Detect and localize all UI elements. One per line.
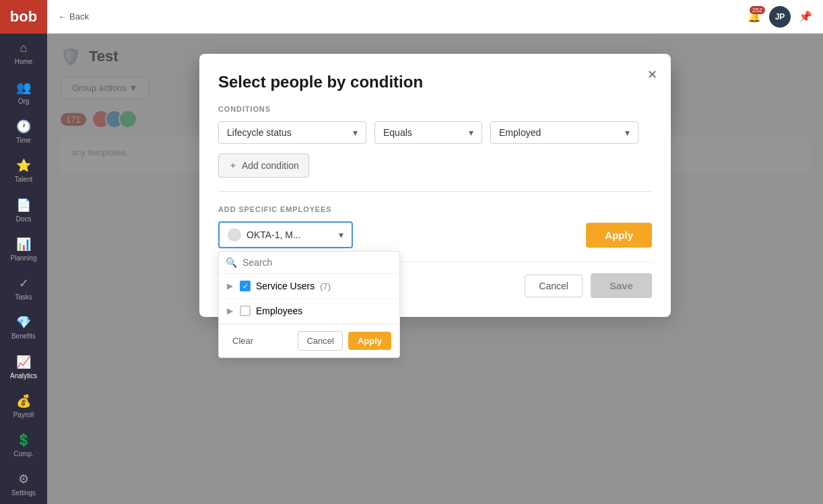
sidebar-item-comp[interactable]: 💲 Comp. [0, 426, 47, 465]
divider [218, 191, 652, 192]
sidebar-item-docs[interactable]: 📄 Docs [0, 190, 47, 229]
service-users-label: Service Users [256, 281, 315, 291]
pin-icon[interactable]: 📌 [799, 10, 812, 23]
sidebar-item-planning[interactable]: 📊 Planning [0, 229, 47, 268]
sidebar-item-label: Planning [11, 254, 37, 262]
select-people-title: Select people by condition [218, 73, 652, 92]
employee-select-row: OKTA-1, M... ▾ 🔍 ▶ ✓ Service Users [218, 221, 652, 248]
app-logo[interactable]: bob [0, 0, 47, 34]
plus-icon: ＋ [228, 159, 238, 172]
add-condition-button[interactable]: ＋ Add condition [218, 153, 309, 178]
settings-icon: ⚙ [18, 472, 29, 487]
analytics-icon: 📈 [16, 355, 31, 369]
clear-button[interactable]: Clear [227, 332, 259, 350]
chevron-down-icon: ▾ [353, 127, 358, 138]
notifications-button[interactable]: 🔔 252 [748, 10, 761, 23]
chevron-down-icon: ▾ [339, 229, 343, 240]
sidebar-item-payroll[interactable]: 💰 Payroll [0, 386, 47, 425]
sidebar-item-settings[interactable]: ⚙ Settings [0, 465, 47, 504]
lifecycle-status-value: Lifecycle status [227, 127, 292, 138]
save-button[interactable]: Save [591, 273, 652, 298]
tasks-icon: ✓ [19, 276, 29, 291]
chevron-down-icon: ▾ [625, 127, 630, 138]
expand-icon: ▶ [227, 306, 233, 316]
org-icon: 👥 [16, 80, 31, 95]
lifecycle-status-dropdown[interactable]: Lifecycle status ▾ [218, 121, 366, 144]
apply-button[interactable]: Apply [586, 223, 652, 248]
sidebar-item-label: Home [15, 58, 33, 65]
comp-icon: 💲 [16, 433, 31, 447]
conditions-row: Lifecycle status ▾ Equals ▾ Employed ▾ [218, 121, 652, 144]
sidebar-item-label: Payroll [13, 411, 34, 419]
page-content: 🛡️ Test Group actions ▼ 171 any template… [47, 34, 823, 504]
service-users-checkbox[interactable]: ✓ [240, 281, 251, 291]
sidebar-item-talent[interactable]: ⭐ Talent [0, 151, 47, 190]
payroll-icon: 💰 [16, 394, 31, 408]
chevron-down-icon: ▾ [469, 127, 473, 138]
sidebar-item-label: Benefits [11, 332, 36, 340]
sidebar-item-label: Tasks [15, 293, 32, 301]
planning-icon: 📊 [16, 237, 31, 252]
dropdown-footer: Clear Cancel Apply [219, 324, 399, 357]
operator-value: Equals [383, 127, 412, 138]
condition-value-dropdown[interactable]: Employed ▾ [490, 121, 638, 144]
talent-icon: ⭐ [16, 158, 31, 173]
main-content: ← Back 🔔 252 JP 📌 🛡️ Test Group actions … [47, 0, 823, 504]
dropdown-search: 🔍 [219, 252, 399, 274]
docs-icon: 📄 [16, 198, 31, 213]
home-icon: ⌂ [20, 41, 28, 55]
search-icon: 🔍 [226, 257, 237, 268]
sidebar-item-org[interactable]: 👥 Org [0, 73, 47, 112]
employees-group-item[interactable]: ▶ Employees [219, 299, 399, 324]
employee-dropdown-popup: 🔍 ▶ ✓ Service Users (7) ▶ Emplo [218, 251, 400, 358]
back-arrow-icon: ← [58, 11, 67, 22]
select-people-close-button[interactable]: ✕ [647, 67, 657, 82]
sidebar-item-label: Analytics [10, 372, 37, 380]
sidebar-item-label: Docs [16, 215, 32, 223]
sidebar-item-label: Time [16, 137, 31, 144]
operator-dropdown[interactable]: Equals ▾ [374, 121, 482, 144]
dropdown-apply-button[interactable]: Apply [348, 332, 391, 350]
search-input[interactable] [242, 257, 393, 268]
select-people-modal: ✕ Select people by condition CONDITIONS … [199, 54, 671, 317]
cancel-main-button[interactable]: Cancel [525, 275, 583, 297]
benefits-icon: 💎 [16, 315, 31, 330]
notification-count: 252 [750, 6, 765, 14]
sidebar-item-analytics[interactable]: 📈 Analytics [0, 347, 47, 386]
condition-value-text: Employed [499, 127, 541, 138]
topbar: ← Back 🔔 252 JP 📌 [47, 0, 823, 34]
sidebar-item-label: Settings [11, 489, 36, 497]
sidebar-item-tasks[interactable]: ✓ Tasks [0, 269, 47, 308]
specific-employees-label: ADD SPECIFIC EMPLOYEES [218, 205, 652, 213]
dropdown-cancel-button[interactable]: Cancel [298, 331, 342, 351]
employees-checkbox[interactable] [240, 305, 251, 316]
topbar-right: 🔔 252 JP 📌 [748, 6, 812, 28]
sidebar-item-label: Talent [15, 176, 33, 183]
service-users-count: (7) [320, 281, 331, 291]
service-users-group-item[interactable]: ▶ ✓ Service Users (7) [219, 274, 399, 299]
employee-dropdown-trigger[interactable]: OKTA-1, M... ▾ [218, 221, 353, 248]
add-condition-label: Add condition [242, 160, 299, 171]
employee-dropdown-label: OKTA-1, M... [246, 229, 301, 240]
expand-icon: ▶ [227, 281, 233, 291]
sidebar-item-home[interactable]: ⌂ Home [0, 34, 47, 73]
back-button[interactable]: ← Back [58, 11, 89, 22]
sidebar: bob ⌂ Home 👥 Org 🕐 Time ⭐ Talent 📄 Docs … [0, 0, 47, 504]
back-label: Back [69, 11, 89, 22]
avatar[interactable]: JP [769, 6, 791, 28]
sidebar-item-label: Org [18, 98, 30, 105]
sidebar-item-benefits[interactable]: 💎 Benefits [0, 308, 47, 347]
conditions-label: CONDITIONS [218, 105, 652, 113]
sidebar-item-label: Comp. [13, 450, 33, 458]
time-icon: 🕐 [16, 119, 31, 134]
employees-label: Employees [256, 305, 302, 316]
sidebar-item-time[interactable]: 🕐 Time [0, 112, 47, 151]
employee-avatar [228, 228, 241, 242]
